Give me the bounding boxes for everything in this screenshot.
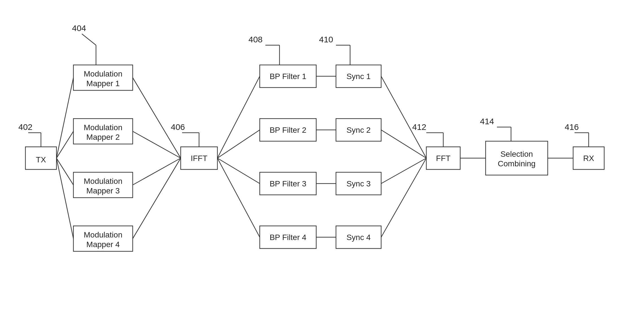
fft-label: FFT bbox=[436, 154, 450, 163]
svg-line-20 bbox=[133, 78, 181, 158]
ref-402: 402 bbox=[18, 122, 32, 132]
sync4-label: Sync 4 bbox=[346, 233, 371, 242]
ref-406: 406 bbox=[171, 122, 185, 132]
mm1-label1: Modulation bbox=[84, 69, 123, 78]
mm2-label1: Modulation bbox=[84, 123, 123, 132]
ref-410: 410 bbox=[319, 35, 333, 44]
bpf2-label: BP Filter 2 bbox=[270, 126, 306, 134]
svg-line-16 bbox=[56, 78, 73, 158]
svg-line-34 bbox=[381, 158, 426, 184]
sync2-label: Sync 2 bbox=[346, 126, 371, 134]
svg-line-24 bbox=[217, 76, 260, 158]
ref-408: 408 bbox=[248, 35, 263, 44]
ref-404: 404 bbox=[72, 23, 86, 33]
ref-416: 416 bbox=[565, 122, 579, 132]
sc-label1: Selection bbox=[500, 150, 533, 158]
ifft-label: IFFT bbox=[191, 154, 207, 163]
svg-line-27 bbox=[217, 158, 260, 237]
mm4-label2: Mapper 4 bbox=[86, 240, 120, 249]
bpf3-label: BP Filter 3 bbox=[270, 179, 306, 188]
svg-line-3 bbox=[82, 34, 96, 45]
ref-414: 414 bbox=[480, 117, 494, 126]
svg-line-22 bbox=[133, 158, 181, 185]
mm1-label2: Mapper 1 bbox=[86, 79, 120, 88]
svg-line-33 bbox=[381, 130, 426, 158]
mm3-label2: Mapper 3 bbox=[86, 186, 120, 195]
sync3-label: Sync 3 bbox=[346, 179, 371, 188]
svg-line-25 bbox=[217, 130, 260, 158]
sync1-label: Sync 1 bbox=[346, 72, 371, 81]
svg-line-19 bbox=[56, 158, 73, 239]
svg-line-26 bbox=[217, 158, 260, 184]
bpf4-label: BP Filter 4 bbox=[270, 233, 306, 242]
rx-label: RX bbox=[583, 154, 594, 163]
mm4-label1: Modulation bbox=[84, 230, 123, 239]
svg-line-23 bbox=[133, 158, 181, 239]
svg-line-32 bbox=[381, 76, 426, 158]
tx-label: TX bbox=[36, 155, 46, 164]
bpf1-label: BP Filter 1 bbox=[270, 72, 306, 81]
mm2-label2: Mapper 2 bbox=[86, 133, 120, 141]
mm3-label1: Modulation bbox=[84, 177, 123, 186]
sc-label2: Combining bbox=[498, 159, 536, 168]
svg-line-35 bbox=[381, 158, 426, 237]
svg-line-21 bbox=[133, 131, 181, 158]
ref-412: 412 bbox=[412, 122, 426, 132]
